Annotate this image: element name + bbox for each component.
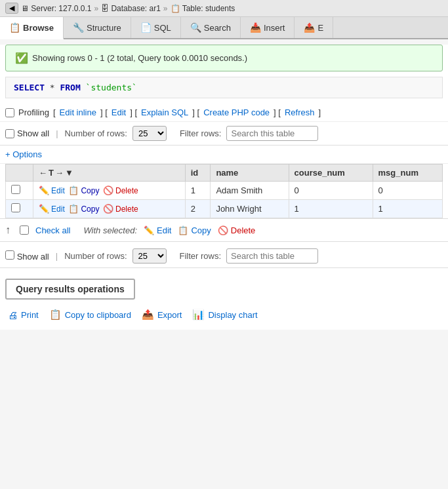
row1-checkbox[interactable] [11,185,20,194]
sql-table-name: `students` [86,83,137,92]
filter-label-2: Filter rows: [180,251,222,261]
rows-label: Number of rows: [65,128,127,138]
display-chart-btn[interactable]: 📊 Display chart [192,309,257,321]
sql-select-keyword: SELECT [14,83,45,92]
delete-icon-sel: 🚫 [218,225,228,235]
show-all-label[interactable]: Show all [5,128,49,138]
selected-edit-btn[interactable]: ✏️ Edit [144,225,171,235]
profiling-label: Profiling [18,108,49,117]
row2-checkbox-cell [6,200,33,218]
col-msg-num[interactable]: msg_num [373,165,442,182]
table-breadcrumb: 📋 Table: students [171,4,235,13]
sort-right-icon: → [55,168,64,178]
show-all-checkbox[interactable] [5,129,14,138]
row2-delete-btn[interactable]: 🚫 Delete [103,204,138,214]
row2-id: 2 [185,200,211,218]
sql-star: * [50,83,60,92]
row1-checkbox-cell [6,182,33,200]
selected-delete-btn[interactable]: 🚫 Delete [218,225,256,235]
row1-course-num: 0 [289,182,373,200]
server-breadcrumb: 🖥 Server: 127.0.0.1 [21,4,91,13]
row2-edit-btn[interactable]: ✏️ Edit [39,204,65,214]
delete-icon-2: 🚫 [103,204,113,214]
edit-link[interactable]: Edit [112,108,126,117]
structure-icon: 🔧 [73,22,84,33]
create-php-link[interactable]: Create PHP code [203,108,270,117]
tab-bar: 📋 Browse 🔧 Structure 📄 SQL 🔍 Search 📥 In… [0,17,448,39]
col-id[interactable]: id [185,165,211,182]
delete-icon: 🚫 [103,186,113,195]
tab-search[interactable]: 🔍 Search [181,17,241,38]
row1-delete-btn[interactable]: 🚫 Delete [103,186,138,195]
toolbar-row-2: Show all | Number of rows: 25 50 100 Fil… [0,244,448,268]
main-content: ✅ Showing rows 0 - 1 (2 total, Query too… [0,45,448,330]
copy-icon-sel: 📋 [178,225,188,235]
col-name[interactable]: name [211,165,289,182]
row2-name: John Wright [211,200,289,218]
rows-select[interactable]: 25 50 100 [132,126,167,141]
col-t-icon: T [49,168,54,178]
tab-browse[interactable]: 📋 Browse [0,17,64,39]
selected-copy-btn[interactable]: 📋 Copy [178,225,211,235]
explain-sql-link[interactable]: Explain SQL [141,108,188,117]
export-btn[interactable]: 📤 Export [142,309,182,321]
search-icon: 🔍 [190,22,201,33]
row2-actions: ✏️ Edit 📋 Copy 🚫 Delete [33,200,186,218]
edit-icon-sel: ✏️ [144,225,154,235]
browse-icon: 📋 [9,22,20,33]
tab-structure[interactable]: 🔧 Structure [64,17,131,38]
breadcrumb-bar: ◀ 🖥 Server: 127.0.0.1 » 🗄 Database: ar1 … [0,0,448,17]
data-table-wrap: ← T → ▼ id name course_num msg_num [0,164,448,218]
check-all-btn[interactable]: Check all [35,225,70,235]
with-selected-label: With selected: [83,225,137,235]
profiling-checkbox[interactable] [5,108,14,117]
row1-name: Adam Smith [211,182,289,200]
row2-checkbox[interactable] [11,203,20,212]
sort-left-icon: ← [39,168,47,178]
col-checkbox [6,165,33,182]
refresh-link[interactable]: Refresh [285,108,315,117]
row1-edit-btn[interactable]: ✏️ Edit [39,186,65,195]
print-icon: 🖨 [8,309,18,321]
col-course-num[interactable]: course_num [289,165,373,182]
rows-label-2: Number of rows: [64,251,127,261]
edit-icon: ✏️ [39,186,49,195]
row2-course-num: 1 [289,200,373,218]
check-icon: ✅ [15,52,28,64]
tab-insert[interactable]: 📥 Insert [241,17,295,38]
check-all-checkbox[interactable] [20,225,29,235]
show-all-label-2[interactable]: Show all [5,250,49,262]
edit-inline-link[interactable]: Edit inline [60,108,96,117]
options-link[interactable]: + Options [5,149,42,159]
export-icon: 📤 [304,22,315,33]
row1-id: 1 [185,182,211,200]
filter-input-2[interactable] [226,248,318,264]
filter-input[interactable] [226,126,318,141]
copy-clipboard-icon: 📋 [49,309,62,321]
filter-label: Filter rows: [180,128,222,138]
query-ops-section: Query results operations 🖨 Print 📋 Copy … [0,273,448,330]
row2-copy-btn[interactable]: 📋 Copy [68,204,99,214]
up-arrow-icon: ↑ [5,224,10,236]
separator-1: | [56,128,58,138]
check-all-row: ↑ Check all With selected: ✏️ Edit 📋 Cop… [0,218,448,242]
print-btn[interactable]: 🖨 Print [8,309,39,321]
tab-export[interactable]: 📤 E [295,17,333,38]
tab-sql[interactable]: 📄 SQL [131,17,181,38]
back-button[interactable]: ◀ [5,3,18,14]
copy-icon-2: 📋 [68,204,79,214]
show-all-checkbox-2[interactable] [5,250,14,260]
row1-msg-num: 0 [373,182,442,200]
table-row: ✏️ Edit 📋 Copy 🚫 Delete 2 John W [6,200,443,218]
chart-icon: 📊 [192,309,205,321]
breadcrumb-sep2: » [163,4,168,13]
success-message: ✅ Showing rows 0 - 1 (2 total, Query too… [5,45,443,71]
sql-from-keyword: FROM [60,83,80,92]
row2-msg-num: 1 [373,200,442,218]
table-row: ✏️ Edit 📋 Copy 🚫 Delete 1 Adam S [6,182,443,200]
rows-select-2[interactable]: 25 50 100 [132,248,167,264]
database-breadcrumb: 🗄 Database: ar1 [101,4,161,13]
col-dropdown-icon[interactable]: ▼ [65,168,73,178]
row1-copy-btn[interactable]: 📋 Copy [68,186,99,195]
copy-clipboard-btn[interactable]: 📋 Copy to clipboard [49,309,131,321]
